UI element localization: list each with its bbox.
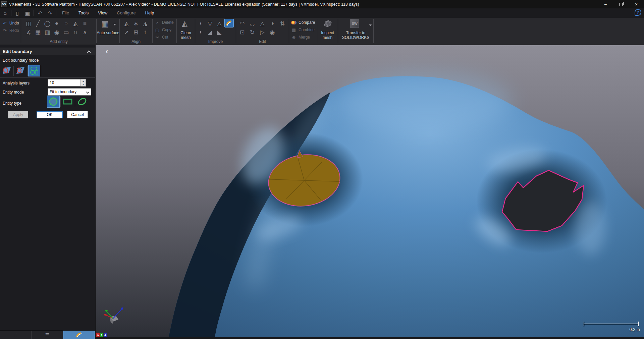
viewport-3d[interactable]: ‹ 0.2 in X Y Z [95,45,644,339]
circle-icon[interactable]: ◯ [43,19,52,28]
auto-surface-label: Auto surface [97,31,119,35]
auto-surface-group[interactable]: ▦ Auto surface [97,18,119,45]
compare-button[interactable]: Compare [290,19,315,26]
align-surface-icon[interactable]: ◭ [122,19,131,28]
edit-surface-a-icon[interactable]: ◠ [237,19,247,28]
edit-surface-b-icon[interactable]: ◡ [248,19,257,28]
layers-icon[interactable]: ≡ [80,19,90,28]
flip-normals-icon[interactable]: ⇅ [278,19,287,28]
dropdown-caret-icon[interactable] [369,24,372,26]
align-target-icon[interactable]: ◮ [141,19,150,28]
scale-icon[interactable]: ⊡ [237,28,247,37]
tab-scene-tree[interactable]: ⁝⁝ [0,331,32,339]
cone-icon[interactable]: ◭ [71,19,80,28]
mode-fit-entities-icon[interactable] [28,65,40,76]
rotate-icon[interactable]: ↻ [248,28,257,37]
clipboard-group: ×Delete ▢Copy ✂Cut [153,18,176,45]
curve-icon[interactable]: ∩ [71,28,80,37]
orient-icon[interactable]: ▷ [258,28,267,37]
apply-button[interactable]: Apply [8,111,28,118]
axis-x-badge[interactable]: X [96,333,100,337]
tab-list-view[interactable]: ☰ [32,331,63,339]
decimate-icon[interactable]: ▽ [205,19,215,28]
ellipse-icon[interactable]: ○ [61,19,71,28]
undo-button[interactable]: ↶Undo [1,20,19,26]
delete-button[interactable]: ×Delete [154,19,174,26]
fill-partial-icon[interactable]: ◢ [205,28,215,37]
redo-icon[interactable]: ↷ [45,10,55,16]
axis-y-badge[interactable]: Y [100,333,103,337]
close-button[interactable]: × [629,0,644,8]
tab-edit-boundary[interactable] [63,331,95,339]
entity-mode-select[interactable]: Fit to boundary [48,88,91,96]
menu-tools[interactable]: Tools [74,8,93,18]
fill-icon[interactable]: ◗ [196,28,205,37]
panel-title: Edit boundary [3,49,32,54]
entity-ellipse-icon[interactable] [76,96,89,108]
entity-circle-icon[interactable] [47,96,60,108]
defeature-icon[interactable]: ◣ [215,28,224,37]
align-points-icon[interactable]: ∗ [131,19,141,28]
home-icon[interactable]: ⌂ [0,10,10,16]
surface-red-circle-icon [16,66,25,75]
mode-edit-boundary-icon[interactable] [1,65,13,76]
polyline-icon[interactable]: ∧ [80,28,90,37]
combine-button[interactable]: ▦Combine [290,26,315,33]
measure-icon[interactable]: ◫ [24,19,33,28]
sphere-icon[interactable]: ◉ [52,28,61,37]
edit-boundary-tool-icon[interactable] [224,19,234,27]
restore-button[interactable] [613,0,629,8]
clean-mesh-group[interactable]: ◭ Clean mesh [177,18,195,45]
align-axis-icon[interactable]: ↑ [141,28,150,37]
mirror-icon[interactable]: ◑ [268,19,277,28]
inspect-mesh-group[interactable]: Inspect mesh [317,18,338,45]
watertight-icon[interactable]: ◉ [268,28,277,37]
step-up-icon[interactable]: ▲ [81,79,86,83]
grid-plane-icon[interactable]: ▦ [33,28,43,37]
axis-z-badge[interactable]: Z [104,333,107,337]
menu-help[interactable]: Help [141,8,159,18]
save-icon[interactable]: ▣ [22,10,33,16]
new-document-icon[interactable]: ▯ [12,10,22,16]
scale-label: 0.2 in [629,327,640,332]
align-group: ◭ ∗ ◮ ↗ ⊞ ↑ Align [120,18,152,45]
menu-file[interactable]: File [57,8,74,18]
menu-view[interactable]: View [93,8,112,18]
axis-triad [104,307,123,324]
entity-rectangle-icon[interactable] [61,96,74,108]
rectangle-icon[interactable]: ▭ [61,28,71,37]
analysis-layers-stepper[interactable]: ▲ ▼ [80,79,86,87]
delete-icon: × [154,20,161,25]
transfer-solidworks-group[interactable]: SW Transfer to SOLIDWORKS [338,18,373,45]
align-arrows-icon[interactable]: ↗ [122,28,131,37]
redo-button[interactable]: ↷Redo [1,27,19,34]
refine-icon[interactable]: △ [215,19,224,28]
edit-triangle-icon[interactable]: △ [258,19,267,28]
mode-move-boundary-icon[interactable] [14,65,26,76]
line-icon[interactable]: ╱ [33,19,43,28]
minimize-button[interactable]: − [598,0,613,8]
restore-icon [619,3,623,6]
collapse-panel-arrow[interactable]: ‹ [106,47,108,55]
analysis-layers-input[interactable]: 10 [48,79,86,87]
panel-header[interactable]: Edit boundary [0,48,95,55]
entity-mode-label: Entity mode [3,90,24,95]
undo-icon[interactable]: ↶ [35,10,45,16]
cut-button[interactable]: ✂Cut [154,34,168,41]
fill-hole-icon[interactable]: ◖ [196,19,205,28]
angle-icon[interactable]: ∡ [24,28,33,37]
dropdown-caret-icon[interactable] [113,24,116,25]
collapse-chevron-icon[interactable] [87,50,91,54]
panel-bottom-tabs: ⁝⁝ ☰ [0,330,95,339]
cancel-button[interactable]: Cancel [67,111,88,118]
align-grid-icon[interactable]: ⊞ [131,28,141,37]
step-down-icon[interactable]: ▼ [81,83,86,86]
point-icon[interactable]: ● [52,19,61,28]
help-bubble-icon[interactable]: ? [635,9,641,16]
cylinder-icon[interactable]: ▥ [43,28,52,37]
menu-configure[interactable]: Configure [112,8,140,18]
merge-button[interactable]: ⊕Merge [290,34,310,41]
copy-button[interactable]: ▢Copy [154,26,171,33]
ok-button[interactable]: OK [37,111,63,118]
inspect-mesh-label: Inspect mesh [317,31,338,40]
